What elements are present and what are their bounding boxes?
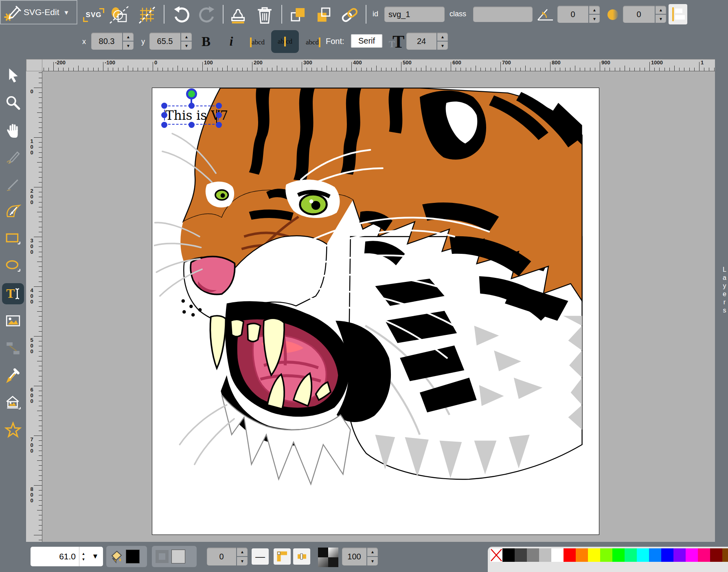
linejoin-button[interactable] [274,548,291,565]
move-to-top-button[interactable] [287,4,309,25]
artboard[interactable] [152,88,599,535]
grip-se[interactable] [216,122,222,128]
italic-button[interactable]: i [223,33,239,51]
element-id-field[interactable]: svg_1 [384,7,445,22]
grip-nw[interactable] [161,103,167,109]
palette-swatch[interactable] [539,548,551,562]
grip-sw[interactable] [161,122,167,128]
tool-line[interactable] [2,174,24,195]
palette-swatch[interactable] [551,548,564,562]
angle-spinner[interactable]: 0 ▲▼ [557,6,600,23]
main-menu-button[interactable]: SVG-Edit ▼ [0,0,77,24]
palette-swatch[interactable] [710,548,722,562]
fill-color-swatch[interactable] [126,550,140,563]
palette-swatch[interactable] [502,548,515,562]
palette-swatch[interactable] [527,548,539,562]
grip-e[interactable] [216,112,222,118]
tool-rect[interactable] [2,229,24,250]
stroke-color-control[interactable] [152,546,197,567]
opacity-gradient-button[interactable] [318,548,338,567]
bold-label: B [202,34,211,49]
tool-connector[interactable] [2,338,24,359]
tool-pencil[interactable] [2,147,24,168]
palette-swatch[interactable] [722,548,728,562]
palette-swatch[interactable] [564,548,576,562]
opacity-spin-buttons[interactable]: ▲▼ [366,548,378,565]
font-size-spin-buttons[interactable]: ▲▼ [436,33,448,50]
palette-swatch[interactable] [515,548,527,562]
ruler-tick [451,62,451,71]
stroke-width-spinner[interactable]: 0 ▲▼ [207,548,248,565]
source-editor-button[interactable]: SVG [82,7,105,24]
font-size-spinner[interactable]: 24 ▲▼ [406,33,448,50]
text-anchor-end-button[interactable]: abcd [301,35,325,50]
palette-swatch[interactable] [637,548,649,562]
palette-swatch[interactable] [698,548,710,562]
x-coordinate-spinner[interactable]: 80.3 ▲▼ [91,33,134,50]
grip-ne[interactable] [216,103,222,109]
palette-swatch[interactable] [661,548,673,562]
tool-star[interactable] [2,420,24,441]
ruler-tick [714,68,715,71]
grip-w[interactable] [161,112,167,118]
angle-spin-buttons[interactable]: ▲▼ [588,6,600,23]
fill-color-control[interactable] [106,546,147,567]
font-family-button[interactable]: Serif [351,34,382,48]
tool-image[interactable] [2,310,24,332]
tool-shape-library[interactable] [2,392,24,414]
zoom-control[interactable]: 61.0 ▲▼ ▼ [31,547,103,566]
y-spin-buttons[interactable]: ▲▼ [180,33,192,50]
ruler-tick [34,286,42,287]
tool-ellipse[interactable] [2,256,24,277]
ruler-tick [168,68,168,71]
element-class-field[interactable] [473,7,533,22]
blur-spinner[interactable]: 0 ▲▼ [623,6,666,23]
move-to-bottom-button[interactable] [313,4,335,25]
tool-select[interactable] [2,65,24,86]
grip-n[interactable] [189,103,195,109]
stroke-color-swatch[interactable] [171,550,185,563]
palette-swatch[interactable] [588,548,600,562]
tool-pan[interactable] [2,119,24,141]
wireframe-mode-button[interactable] [107,5,131,24]
x-spin-buttons[interactable]: ▲▼ [122,33,134,50]
palette-swatch-none[interactable] [490,548,502,562]
stroke-width-spin-buttons[interactable]: ▲▼ [236,548,248,565]
tool-path[interactable] [2,201,24,222]
layers-panel-toggle[interactable]: Layers [715,59,728,542]
ruler-tick [39,371,42,371]
palette-swatch[interactable] [600,548,612,562]
snap-to-grid-button[interactable] [136,5,159,24]
text-anchor-start-button[interactable]: abcd [246,35,269,50]
bold-button[interactable]: B [196,33,216,51]
tiger-artwork[interactable] [152,88,598,534]
palette-swatch[interactable] [612,548,625,562]
palette-swatch[interactable] [649,548,661,562]
palette-swatch[interactable] [673,548,686,562]
tool-text[interactable]: T [2,283,24,304]
blur-spin-buttons[interactable]: ▲▼ [655,6,666,23]
y-coordinate-spinner[interactable]: 65.5 ▲▼ [149,33,192,50]
make-link-button[interactable] [338,4,362,25]
grip-s[interactable] [189,122,195,128]
tool-zoom[interactable] [2,92,24,113]
palette-swatch[interactable] [625,548,637,562]
palette-swatch[interactable] [576,548,588,562]
undo-button[interactable] [171,5,192,24]
ruler-tick [247,68,248,71]
zoom-dropdown-caret[interactable]: ▼ [88,552,103,561]
palette-swatch[interactable] [686,548,698,562]
align-button[interactable] [669,4,687,24]
redo-button[interactable] [196,5,217,24]
ruler-tick [39,341,42,341]
tool-eyedropper[interactable] [2,365,24,386]
zoom-spin-buttons[interactable]: ▲▼ [79,547,88,566]
opacity-spinner[interactable]: 100 ▲▼ [342,548,378,565]
text-anchor-middle-button[interactable]: abcd [271,30,299,53]
rotate-handle[interactable] [186,88,197,99]
delete-button[interactable] [253,4,276,25]
workarea[interactable]: This is V7 [42,71,715,542]
linecap-button[interactable] [293,548,310,565]
stroke-dash-button[interactable]: — [252,548,269,565]
clone-button[interactable] [226,4,249,25]
